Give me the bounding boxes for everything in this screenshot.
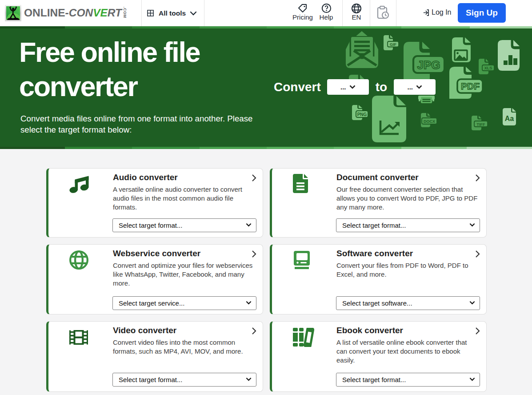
svg-text:TIFF: TIFF [477, 122, 485, 127]
svg-text:GIF: GIF [390, 42, 397, 47]
svg-text:DOCX: DOCX [424, 119, 435, 124]
svg-text:PDF: PDF [461, 81, 480, 91]
svg-text:XLS: XLS [484, 66, 492, 70]
svg-text:PNG: PNG [357, 112, 367, 117]
svg-text:Aa: Aa [505, 115, 514, 122]
svg-text:JPG: JPG [417, 58, 440, 72]
